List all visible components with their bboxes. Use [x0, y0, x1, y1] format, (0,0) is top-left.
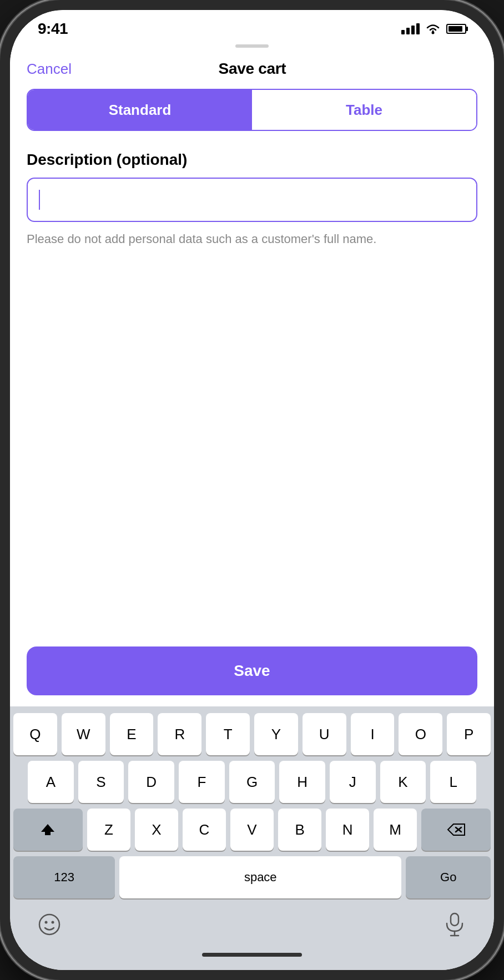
status-icons [401, 23, 466, 34]
delete-icon [446, 822, 466, 837]
microphone-icon [445, 912, 465, 937]
helper-text: Please do not add personal data such as … [27, 231, 477, 248]
key-j[interactable]: J [330, 761, 376, 803]
key-u[interactable]: U [303, 713, 346, 755]
emoji-key[interactable] [36, 911, 63, 938]
key-r[interactable]: R [158, 713, 201, 755]
key-t[interactable]: T [206, 713, 250, 755]
keyboard-row-3: Z X C V B N M [13, 809, 491, 851]
svg-point-2 [39, 915, 59, 934]
home-bar [202, 953, 302, 957]
keyboard-row-2: A S D F G H J K L [13, 761, 491, 803]
page-title: Save cart [219, 60, 286, 78]
nav-bar: Cancel Save cart [27, 54, 477, 89]
key-v[interactable]: V [230, 809, 274, 851]
key-y[interactable]: Y [254, 713, 298, 755]
screen: 9:41 [10, 10, 494, 970]
key-x[interactable]: X [135, 809, 178, 851]
key-b[interactable]: B [278, 809, 321, 851]
save-button[interactable]: Save [27, 646, 477, 695]
key-o[interactable]: O [399, 713, 442, 755]
keyboard-row-1: Q W E R T Y U I O P [13, 713, 491, 755]
svg-rect-5 [451, 913, 458, 926]
shift-key[interactable] [13, 809, 83, 851]
delete-key[interactable] [421, 809, 491, 851]
svg-marker-1 [41, 824, 54, 835]
key-e[interactable]: E [110, 713, 154, 755]
shift-icon [40, 822, 56, 837]
svg-point-3 [45, 921, 48, 924]
key-h[interactable]: H [279, 761, 325, 803]
description-label: Description (optional) [27, 151, 477, 169]
key-n[interactable]: N [326, 809, 369, 851]
text-cursor [39, 190, 40, 210]
keyboard-row-4: 123 space Go [13, 856, 491, 898]
key-g[interactable]: G [229, 761, 275, 803]
svg-point-0 [432, 32, 435, 34]
key-d[interactable]: D [128, 761, 174, 803]
segmented-control: Standard Table [27, 89, 477, 131]
microphone-key[interactable] [441, 911, 468, 938]
space-key[interactable]: space [119, 856, 401, 898]
description-input-wrapper[interactable] [27, 178, 477, 222]
key-w[interactable]: W [62, 713, 105, 755]
go-key[interactable]: Go [406, 856, 491, 898]
drag-handle [235, 44, 269, 48]
home-indicator [10, 947, 494, 970]
key-z[interactable]: Z [87, 809, 130, 851]
phone-screen-container: 9:41 [10, 10, 494, 970]
status-time: 9:41 [38, 20, 68, 38]
key-c[interactable]: C [183, 809, 226, 851]
cancel-button[interactable]: Cancel [27, 60, 72, 78]
key-a[interactable]: A [28, 761, 74, 803]
key-i[interactable]: I [351, 713, 395, 755]
segment-standard[interactable]: Standard [28, 90, 252, 130]
key-l[interactable]: L [430, 761, 476, 803]
signal-icon [401, 23, 420, 34]
svg-point-4 [52, 921, 54, 924]
key-s[interactable]: S [78, 761, 124, 803]
wifi-icon [425, 23, 441, 34]
numbers-key[interactable]: 123 [13, 856, 115, 898]
emoji-icon [37, 912, 62, 937]
content-area: Cancel Save cart Standard Table Descript… [10, 54, 494, 706]
key-m[interactable]: M [374, 809, 417, 851]
segment-table[interactable]: Table [252, 90, 476, 130]
key-k[interactable]: K [380, 761, 426, 803]
key-q[interactable]: Q [13, 713, 57, 755]
phone-device: 9:41 [0, 0, 504, 980]
key-p[interactable]: P [447, 713, 491, 755]
status-bar: 9:41 [10, 10, 494, 42]
keyboard-accessory [13, 904, 491, 947]
key-f[interactable]: F [179, 761, 225, 803]
battery-icon [446, 24, 466, 34]
keyboard: Q W E R T Y U I O P A S D F G [10, 706, 494, 947]
